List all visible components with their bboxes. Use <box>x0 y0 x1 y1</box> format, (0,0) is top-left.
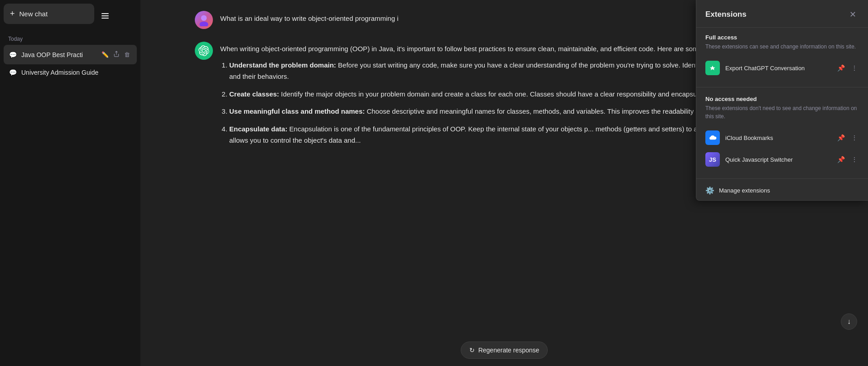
chat-icon-2: 💬 <box>9 69 17 76</box>
list-item-4-title: Encapsulate data: <box>229 125 287 133</box>
extension-item-export-chatgpt: Export ChatGPT Conversation 📌 ⋮ <box>705 57 859 79</box>
user-message-text: What is an ideal way to write object-ori… <box>220 11 399 22</box>
gpt-icon <box>198 45 209 56</box>
icloud-logo-icon <box>708 133 717 142</box>
icloud-more-button[interactable]: ⋮ <box>850 133 859 143</box>
export-chatgpt-icon <box>705 61 720 75</box>
chat-item-actions: ✏️ 🗑 <box>100 49 131 60</box>
regenerate-icon: ↻ <box>469 347 475 354</box>
extensions-close-button[interactable]: ✕ <box>846 8 859 21</box>
js-switcher-more-button[interactable]: ⋮ <box>850 154 859 164</box>
svg-rect-2 <box>101 18 109 19</box>
assistant-avatar <box>195 42 213 60</box>
svg-rect-0 <box>101 13 109 14</box>
js-switcher-pin-button[interactable]: 📌 <box>836 154 846 164</box>
chat-item-label-2: University Admission Guide <box>21 69 131 76</box>
scroll-bottom-button[interactable]: ↓ <box>841 313 857 330</box>
section-divider <box>696 87 868 87</box>
export-chatgpt-more-button[interactable]: ⋮ <box>850 63 859 73</box>
full-access-label: Full access <box>705 34 859 41</box>
no-access-section: No access needed These extensions don't … <box>696 89 868 177</box>
chatgpt-logo-icon <box>708 63 717 72</box>
export-chatgpt-actions: 📌 ⋮ <box>836 63 859 73</box>
regenerate-label: Regenerate response <box>478 347 540 354</box>
sidebar: + New chat Today 💬 Java OOP Best Practi … <box>0 0 140 366</box>
svg-point-4 <box>199 22 208 27</box>
js-logo-text: JS <box>709 156 716 163</box>
gear-icon: ⚙️ <box>705 186 714 195</box>
no-access-label: No access needed <box>705 96 859 102</box>
svg-rect-1 <box>101 15 109 16</box>
bottom-bar: ↻ Regenerate response <box>140 336 868 366</box>
extension-item-icloud: iCloud Bookmarks 📌 ⋮ <box>705 127 859 149</box>
regenerate-button[interactable]: ↻ Regenerate response <box>461 342 548 359</box>
new-chat-label: New chat <box>19 10 48 18</box>
share-chat-button[interactable] <box>112 49 121 60</box>
list-item-3-title: Use meaningful class and method names: <box>229 107 365 115</box>
manage-extensions-label: Manage extensions <box>719 187 770 194</box>
icloud-pin-button[interactable]: 📌 <box>836 133 846 143</box>
sidebar-item-java-oop[interactable]: 💬 Java OOP Best Practi ✏️ 🗑 <box>4 45 137 64</box>
icloud-icon <box>705 130 720 145</box>
delete-chat-button[interactable]: 🗑 <box>123 50 131 59</box>
sidebar-item-university-admission[interactable]: 💬 University Admission Guide <box>4 64 137 81</box>
full-access-section: Full access These extensions can see and… <box>696 28 868 85</box>
js-switcher-actions: 📌 ⋮ <box>836 154 859 164</box>
svg-point-3 <box>201 15 207 21</box>
no-access-desc: These extensions don't need to see and c… <box>705 104 859 120</box>
user-avatar-graphic <box>198 14 210 26</box>
icloud-name: iCloud Bookmarks <box>725 135 830 141</box>
toggle-icon <box>101 11 110 20</box>
export-chatgpt-pin-button[interactable]: 📌 <box>836 63 846 73</box>
close-icon: ✕ <box>849 10 856 19</box>
extension-item-js-switcher: JS Quick Javascript Switcher 📌 ⋮ <box>705 149 859 170</box>
sidebar-top-row: + New chat <box>4 4 137 28</box>
chat-item-label: Java OOP Best Practi <box>21 51 96 58</box>
manage-divider <box>696 178 868 179</box>
sidebar-toggle-button[interactable] <box>96 7 114 25</box>
share-icon <box>113 51 120 57</box>
export-chatgpt-name: Export ChatGPT Conversation <box>725 65 830 72</box>
plus-icon: + <box>10 9 15 19</box>
new-chat-button[interactable]: + New chat <box>4 4 94 24</box>
extensions-title: Extensions <box>705 10 747 19</box>
manage-extensions-row[interactable]: ⚙️ Manage extensions <box>696 181 868 200</box>
chat-icon: 💬 <box>9 51 17 58</box>
section-today-label: Today <box>4 33 137 45</box>
main-content: What is an ideal way to write object-ori… <box>140 0 868 366</box>
list-item-2-title: Create classes: <box>229 90 279 98</box>
extensions-panel: Extensions ✕ Full access These extension… <box>696 0 868 201</box>
chevron-down-icon: ↓ <box>847 318 851 326</box>
icloud-actions: 📌 ⋮ <box>836 133 859 143</box>
list-item-1-title: Understand the problem domain: <box>229 61 336 69</box>
full-access-desc: These extensions can see and change info… <box>705 43 859 51</box>
js-switcher-name: Quick Javascript Switcher <box>725 156 830 163</box>
js-switcher-icon: JS <box>705 152 720 167</box>
user-avatar <box>195 11 213 29</box>
extensions-header: Extensions ✕ <box>696 0 868 28</box>
edit-chat-button[interactable]: ✏️ <box>100 50 110 59</box>
